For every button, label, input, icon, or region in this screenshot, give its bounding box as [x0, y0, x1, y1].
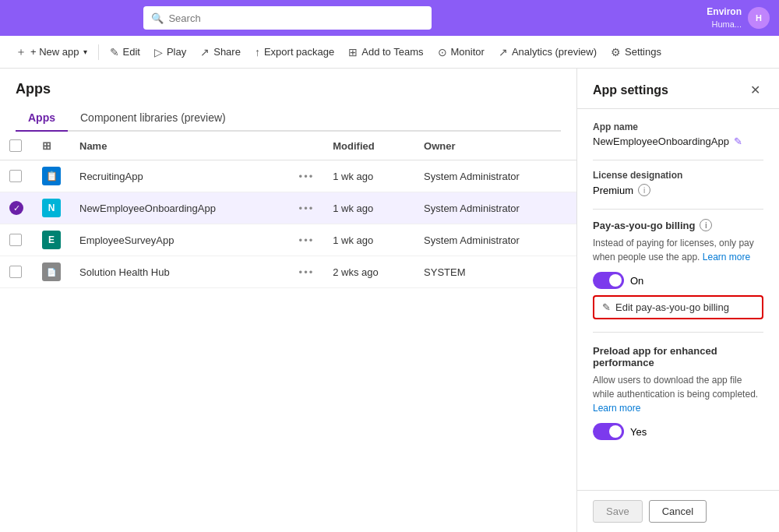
save-button[interactable]: Save	[593, 500, 643, 523]
play-button[interactable]: ▷ Play	[148, 43, 192, 62]
new-app-button[interactable]: ＋ + New app ▾	[9, 42, 93, 62]
topbar-right: Environ Huma... H	[707, 6, 770, 30]
analytics-button[interactable]: ↗ Analytics (preview)	[492, 43, 603, 62]
main-layout: Apps Apps Component libraries (preview) …	[0, 69, 779, 532]
avatar[interactable]: H	[748, 7, 770, 29]
content-header: Apps Apps Component libraries (preview)	[0, 69, 576, 132]
license-label: License designation	[593, 170, 763, 181]
panel-footer: Save Cancel	[577, 490, 779, 532]
divider-3	[593, 332, 763, 333]
tab-apps[interactable]: Apps	[16, 105, 68, 132]
billing-title: Pay-as-you-go billing	[593, 220, 695, 231]
tabs-bar: Apps Component libraries (preview)	[16, 105, 561, 132]
app-name-label: App name	[593, 122, 763, 132]
row-menu-button[interactable]: •••	[299, 203, 315, 214]
page-title: Apps	[16, 81, 561, 97]
app-modified: 2 wks ago	[323, 256, 414, 288]
preload-toggle-row: Yes	[593, 423, 763, 440]
app-name: Solution Health Hub	[70, 256, 290, 288]
edit-button[interactable]: ✎ Edit	[104, 43, 146, 62]
preload-title: Preload app for enhanced performance	[593, 345, 763, 368]
divider-1	[593, 160, 763, 160]
panel-body: App name NewEmployeeOnboardingApp ✎ Lice…	[577, 109, 779, 490]
teams-icon: ⊞	[348, 46, 358, 58]
toggle-thumb	[609, 274, 622, 287]
toolbar: ＋ + New app ▾ ✎ Edit ▷ Play ↗ Share ↑ Ex…	[0, 36, 779, 69]
settings-button[interactable]: ⚙ Settings	[605, 43, 668, 62]
app-name: EmployeeSurveyApp	[70, 224, 290, 256]
new-app-icon: ＋	[16, 45, 26, 59]
divider-2	[593, 209, 763, 210]
license-section: License designation Premium i	[593, 170, 763, 196]
preload-toggle-label: Yes	[630, 426, 647, 438]
panel-header: App settings ✕	[577, 69, 779, 109]
env-info: Environ Huma...	[707, 6, 742, 30]
billing-learn-more-link[interactable]: Learn more	[703, 252, 750, 262]
app-name: NewEmployeeOnboardingApp	[70, 192, 290, 224]
share-button[interactable]: ↗ Share	[194, 43, 247, 62]
row-menu-button[interactable]: •••	[299, 266, 315, 278]
preload-learn-more-link[interactable]: Learn more	[593, 403, 640, 414]
app-modified: 1 wk ago	[323, 160, 414, 192]
app-owner: System Administrator	[414, 224, 576, 256]
apps-table: ⊞ Name Modified Owner 📋 RecruitingApp ••…	[0, 132, 576, 288]
add-teams-button[interactable]: ⊞ Add to Teams	[342, 43, 429, 62]
app-name-edit-icon[interactable]: ✎	[734, 136, 742, 147]
row-checkbox[interactable]	[9, 170, 22, 182]
preload-toggle[interactable]	[593, 423, 624, 440]
edit-icon: ✎	[110, 46, 119, 58]
billing-toggle-label: On	[630, 275, 643, 287]
table-row[interactable]: E EmployeeSurveyApp ••• 1 wk ago System …	[0, 224, 576, 256]
app-owner: System Administrator	[414, 160, 576, 192]
export-button[interactable]: ↑ Export package	[249, 43, 340, 62]
env-name: Environ	[707, 6, 742, 19]
col-name: Name	[70, 132, 290, 160]
edit-billing-button[interactable]: ✎ Edit pay-as-you-go billing	[593, 295, 763, 319]
preload-desc: Allow users to download the app file whi…	[593, 373, 763, 415]
tab-component-libraries[interactable]: Component libraries (preview)	[68, 105, 238, 132]
search-icon: 🔍	[151, 12, 164, 24]
row-menu-button[interactable]: •••	[299, 234, 315, 246]
search-input[interactable]	[168, 12, 424, 24]
row-checkbox[interactable]	[9, 234, 22, 246]
monitor-icon: ⊙	[438, 46, 447, 58]
billing-section: Pay-as-you-go billing i Instead of payin…	[593, 219, 763, 319]
env-user: Huma...	[707, 19, 742, 30]
play-icon: ▷	[154, 46, 163, 58]
export-icon: ↑	[255, 46, 260, 58]
table-row[interactable]: ✓ N NewEmployeeOnboardingApp ••• 1 wk ag…	[0, 192, 576, 224]
billing-toggle[interactable]	[593, 272, 624, 289]
analytics-icon: ↗	[499, 46, 508, 58]
app-icon: N	[42, 199, 61, 217]
app-modified: 1 wk ago	[323, 224, 414, 256]
col-owner: Owner	[414, 132, 576, 160]
chevron-down-icon: ▾	[83, 48, 87, 56]
billing-info-icon[interactable]: i	[700, 219, 712, 231]
separator	[98, 44, 99, 60]
license-info-icon[interactable]: i	[638, 184, 650, 196]
table-row[interactable]: 📄 Solution Health Hub ••• 2 wks ago SYST…	[0, 256, 576, 288]
settings-icon: ⚙	[611, 46, 621, 58]
row-menu-button[interactable]: •••	[299, 171, 315, 182]
select-all-checkbox[interactable]	[9, 139, 22, 152]
billing-toggle-row: On	[593, 272, 763, 289]
cancel-button[interactable]: Cancel	[649, 500, 707, 523]
app-name-value: NewEmployeeOnboardingApp ✎	[593, 136, 763, 147]
license-row: Premium i	[593, 184, 763, 196]
app-name-section: App name NewEmployeeOnboardingApp ✎	[593, 122, 763, 147]
close-panel-button[interactable]: ✕	[747, 81, 763, 99]
billing-header: Pay-as-you-go billing i	[593, 219, 763, 231]
content-area: Apps Apps Component libraries (preview) …	[0, 69, 576, 532]
app-icon: 📄	[42, 262, 61, 281]
settings-panel: App settings ✕ App name NewEmployeeOnboa…	[576, 69, 779, 532]
app-owner: System Administrator	[414, 192, 576, 224]
app-modified: 1 wk ago	[323, 192, 414, 224]
search-bar[interactable]: 🔍	[143, 6, 432, 30]
row-checkbox[interactable]	[9, 266, 22, 278]
app-name: RecruitingApp	[70, 160, 290, 192]
row-selected-indicator[interactable]: ✓	[9, 201, 23, 215]
col-modified: Modified	[323, 132, 414, 160]
monitor-button[interactable]: ⊙ Monitor	[432, 43, 491, 62]
table-row[interactable]: 📋 RecruitingApp ••• 1 wk ago System Admi…	[0, 160, 576, 192]
share-icon: ↗	[200, 46, 210, 58]
